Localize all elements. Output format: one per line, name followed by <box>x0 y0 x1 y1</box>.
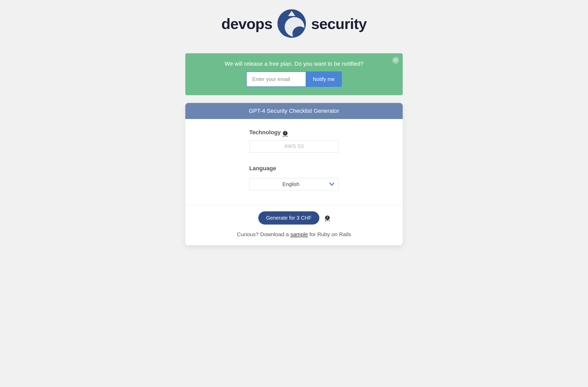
brand-word-left: devops <box>221 15 272 32</box>
technology-field: Technology i <box>249 128 339 153</box>
technology-input[interactable] <box>249 140 339 153</box>
generate-button[interactable]: Generate for 3 CHF <box>258 211 319 225</box>
sample-text: Curious? Download a sample for Ruby on R… <box>190 231 398 237</box>
sample-link[interactable]: sample <box>290 231 308 237</box>
banner-message: We will release a free plan. Do you want… <box>196 61 392 67</box>
card-title: GPT-4 Security Checklist Generator <box>185 103 403 119</box>
notify-form: Notify me <box>246 71 342 87</box>
generator-card: GPT-4 Security Checklist Generator Techn… <box>185 103 403 245</box>
technology-label: Technology <box>249 129 281 136</box>
fox-logo-icon <box>277 9 306 38</box>
technology-info-wrap[interactable]: i <box>283 128 288 137</box>
notify-button[interactable]: Notify me <box>306 71 342 87</box>
language-label: Language <box>249 165 276 172</box>
close-icon: ✕ <box>394 58 397 62</box>
price-info-wrap[interactable]: i <box>325 214 330 221</box>
notify-banner: ✕ We will release a free plan. Do you wa… <box>185 53 403 95</box>
brand-logo: devops security <box>221 9 367 38</box>
close-banner-button[interactable]: ✕ <box>392 57 399 64</box>
email-input[interactable] <box>246 71 306 87</box>
info-icon: i <box>325 215 330 220</box>
language-field: Language English <box>249 165 339 190</box>
info-icon: i <box>283 131 288 136</box>
brand-word-right: security <box>311 15 366 32</box>
language-select[interactable]: English <box>249 178 339 190</box>
